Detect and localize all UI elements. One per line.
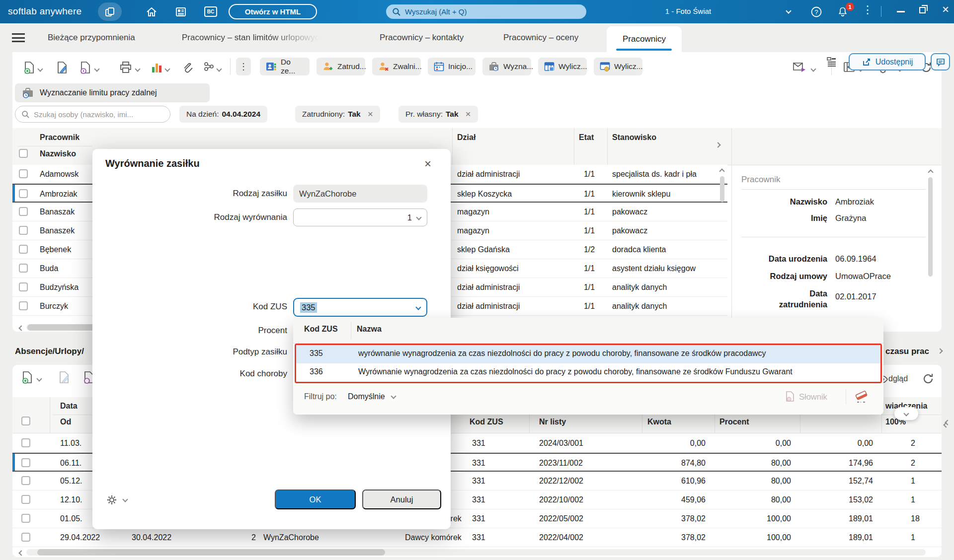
kebab-menu-icon[interactable]: ⋮ [862, 5, 873, 15]
relations-chevron-icon[interactable] [216, 66, 222, 71]
eraser-icon[interactable] [854, 388, 871, 404]
preview-button[interactable]: dgląd [888, 374, 908, 383]
dialog-close-icon[interactable]: × [420, 157, 435, 172]
tab-biezace-przypomnienia[interactable]: Bieżące przypomnienia [48, 23, 135, 52]
remote-work-limit-button[interactable]: Wyznaczanie limitu pracy zdalnej [15, 83, 210, 102]
panel-vscroll-thumb[interactable] [928, 177, 933, 277]
column-header-procent[interactable]: Procent [719, 418, 749, 426]
row-checkbox[interactable] [19, 189, 28, 198]
kod-zus-field[interactable]: 335 [293, 298, 427, 317]
dropdown-column-nazwa[interactable]: Nazwa [357, 325, 382, 334]
share-button[interactable]: Udostępnij [849, 53, 926, 70]
do-zespolu-button[interactable]: Do ze... [260, 58, 310, 75]
chevron-down-icon[interactable] [416, 214, 421, 220]
more-actions-button[interactable]: ⋮ [236, 58, 251, 75]
minimize-button[interactable] [897, 11, 905, 12]
section-tab-czasu-pracy[interactable]: czasu prac [885, 347, 929, 356]
chevron-down-icon[interactable] [415, 304, 421, 310]
absence-refresh-icon[interactable] [922, 372, 935, 385]
hamburger-menu-icon[interactable] [12, 33, 25, 42]
panel-scroll-up-icon[interactable] [928, 169, 933, 175]
close-button[interactable]: × [942, 4, 949, 14]
filter-chip-own[interactable]: Pr. własny:Tak × [398, 106, 478, 123]
column-header-kwota[interactable]: Kwota [647, 418, 671, 426]
tab-pracownicy-oceny[interactable]: Pracownicy – oceny [503, 23, 578, 52]
absence-new-chevron-icon[interactable] [36, 376, 42, 381]
select-all-checkbox[interactable] [19, 149, 28, 158]
row-checkbox[interactable] [21, 514, 30, 523]
absence-edit-icon[interactable] [58, 371, 70, 384]
print-icon[interactable] [119, 61, 132, 74]
tab-pracownicy-kontakty[interactable]: Pracownicy – kontakty [380, 23, 464, 52]
record-info-icon[interactable] [80, 61, 91, 74]
filter-by-select[interactable]: Domyślnie [348, 392, 385, 401]
print-chevron-icon[interactable] [135, 66, 140, 71]
row-checkbox[interactable] [19, 226, 28, 235]
remove-filter-icon[interactable]: × [368, 109, 373, 120]
row-checkbox[interactable] [21, 495, 30, 504]
dropdown-option-336[interactable]: 336 Wyrównanie wynagrodzenia za czas nie… [296, 363, 880, 382]
global-search[interactable] [386, 4, 586, 19]
send-mail-chevron-icon[interactable] [810, 66, 816, 71]
company-chevron-down-icon[interactable] [786, 8, 791, 13]
wyznaczanie-button[interactable]: Wyzna... [482, 58, 531, 75]
column-header-od[interactable]: Od [60, 418, 71, 426]
column-header-etat[interactable]: Etat [579, 133, 594, 142]
row-checkbox[interactable] [19, 264, 28, 273]
column-header-nazwisko[interactable]: Nazwisko [40, 149, 76, 158]
row-checkbox[interactable] [21, 458, 30, 467]
employee-vscroll-thumb[interactable] [720, 176, 724, 202]
workspaces-button[interactable] [98, 2, 122, 21]
bc-icon[interactable]: BC [204, 6, 217, 17]
chart-icon[interactable] [151, 61, 162, 74]
row-checkbox[interactable] [21, 438, 30, 447]
absence-new-record-icon[interactable] [21, 371, 33, 384]
help-icon[interactable]: ? [810, 6, 823, 18]
news-icon[interactable] [174, 6, 187, 18]
new-record-chevron-icon[interactable] [37, 66, 43, 71]
dropdown-option-335[interactable]: 335 wyrównanie wynagrodzenia za czas nie… [296, 345, 880, 363]
task-list-icon[interactable] [826, 56, 839, 69]
wyliczanie-1-button[interactable]: Wylicz... [538, 58, 587, 75]
global-search-input[interactable] [405, 7, 580, 16]
collapse-row-pill-button[interactable] [894, 407, 918, 420]
row-checkbox[interactable] [19, 282, 28, 291]
zwalnianie-button[interactable]: Zwalni... [372, 58, 421, 75]
remove-filter-icon[interactable]: × [466, 109, 471, 120]
row-checkbox[interactable] [21, 476, 30, 485]
row-checkbox[interactable] [19, 169, 28, 178]
column-header-dzial[interactable]: Dział [457, 133, 476, 142]
attachment-icon[interactable] [181, 61, 194, 74]
open-in-html-button[interactable]: Otwórz w HTML [229, 4, 317, 19]
column-header-nr-listy[interactable]: Nr listy [539, 418, 566, 426]
row-checkbox[interactable] [19, 301, 28, 310]
restore-button[interactable] [919, 7, 926, 13]
absence-select-all-checkbox[interactable] [21, 417, 30, 425]
column-header-stanowisko[interactable]: Stanowisko [612, 133, 656, 142]
company-selector[interactable]: 1 - Foto Świat [646, 7, 730, 15]
rodzaj-wyrownania-field[interactable]: 1 [293, 209, 427, 226]
row-checkbox[interactable] [19, 207, 28, 216]
tab-stan-limitow[interactable]: Pracownicy – stan limitów urlopowych [182, 23, 323, 52]
absence-hscroll-thumb[interactable] [37, 549, 385, 556]
relations-icon[interactable] [203, 61, 215, 74]
filter-chip-date[interactable]: Na dzień:04.04.2024 [179, 106, 267, 123]
person-search-input[interactable] [34, 110, 164, 119]
inicjowanie-button[interactable]: Inicjo... [428, 58, 476, 75]
wyliczanie-2-button[interactable]: Wylicz... [594, 58, 642, 75]
record-info-chevron-icon[interactable] [94, 66, 99, 71]
cancel-button[interactable]: Anuluj [362, 490, 441, 509]
row-checkbox[interactable] [19, 245, 28, 254]
absence-scroll-left-icon[interactable] [18, 550, 24, 556]
home-icon[interactable] [145, 6, 158, 18]
filter-chip-employed[interactable]: Zatrudniony:Tak × [295, 106, 380, 123]
new-record-icon[interactable] [23, 61, 35, 74]
dropdown-column-kod-zus[interactable]: Kod ZUS [304, 325, 338, 334]
edit-record-icon[interactable] [56, 61, 68, 74]
zatrudnij-button[interactable]: Zatrud... [317, 58, 365, 75]
absence-row[interactable]: 29.04.2022 30.04.2022 2 WynZaChorobe Daw… [12, 528, 942, 547]
dialog-settings-gear-icon[interactable] [105, 493, 118, 506]
column-header-kod-zus[interactable]: Kod ZUS [470, 418, 503, 426]
row-checkbox[interactable] [21, 533, 30, 542]
person-search[interactable] [15, 106, 170, 123]
